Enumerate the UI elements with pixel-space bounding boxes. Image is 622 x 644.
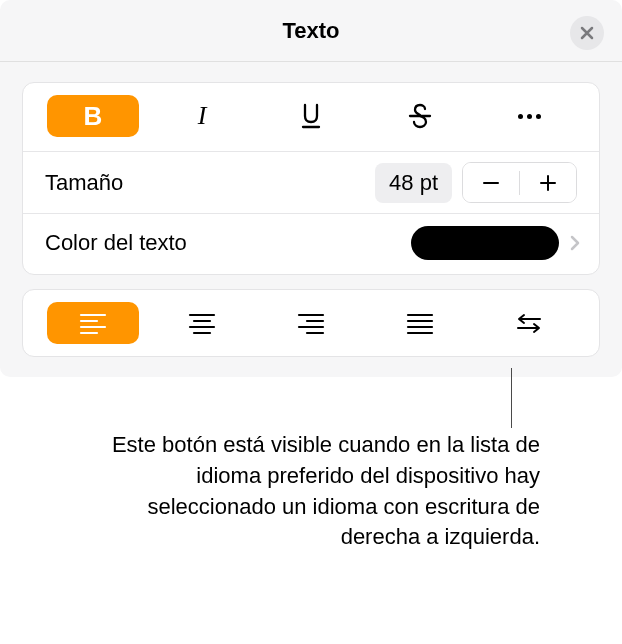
callout-text: Este botón está visible cuando en la lis… xyxy=(86,430,540,553)
align-justify-button[interactable] xyxy=(374,302,466,344)
text-color-row[interactable]: Color del texto xyxy=(23,214,599,274)
panel-header: Texto xyxy=(0,0,622,62)
strikethrough-button[interactable] xyxy=(374,95,466,137)
italic-button[interactable]: I xyxy=(156,95,248,137)
color-label: Color del texto xyxy=(45,230,187,256)
chevron-right-icon xyxy=(569,233,581,253)
align-right-button[interactable] xyxy=(265,302,357,344)
text-style-row: B I xyxy=(23,83,599,151)
align-justify-icon xyxy=(406,311,434,335)
style-card: B I xyxy=(22,82,600,275)
align-center-button[interactable] xyxy=(156,302,248,344)
strikethrough-icon xyxy=(405,101,435,131)
align-left-button[interactable] xyxy=(47,302,139,344)
text-format-panel: Texto B I xyxy=(0,0,622,377)
more-styles-button[interactable] xyxy=(483,95,575,137)
bidi-direction-icon xyxy=(514,311,544,335)
italic-icon: I xyxy=(198,101,207,131)
minus-icon xyxy=(481,173,501,193)
size-value[interactable]: 48 pt xyxy=(375,163,452,203)
align-right-icon xyxy=(297,311,325,335)
panel-title: Texto xyxy=(282,18,339,44)
underline-button[interactable] xyxy=(265,95,357,137)
color-control xyxy=(411,226,581,260)
callout-line xyxy=(511,368,512,428)
color-swatch[interactable] xyxy=(411,226,559,260)
underline-icon xyxy=(296,101,326,131)
close-icon xyxy=(579,25,595,41)
align-center-icon xyxy=(188,311,216,335)
close-button[interactable] xyxy=(570,16,604,50)
bold-icon: B xyxy=(84,101,103,132)
size-row: Tamaño 48 pt xyxy=(23,152,599,213)
size-label: Tamaño xyxy=(45,170,123,196)
align-left-icon xyxy=(79,311,107,335)
ellipsis-icon xyxy=(518,114,541,119)
text-direction-button[interactable] xyxy=(483,302,575,344)
plus-icon xyxy=(538,173,558,193)
size-controls: 48 pt xyxy=(375,162,577,203)
bold-button[interactable]: B xyxy=(47,95,139,137)
size-increase-button[interactable] xyxy=(520,163,576,202)
alignment-card xyxy=(22,289,600,357)
size-decrease-button[interactable] xyxy=(463,163,519,202)
size-stepper xyxy=(462,162,577,203)
